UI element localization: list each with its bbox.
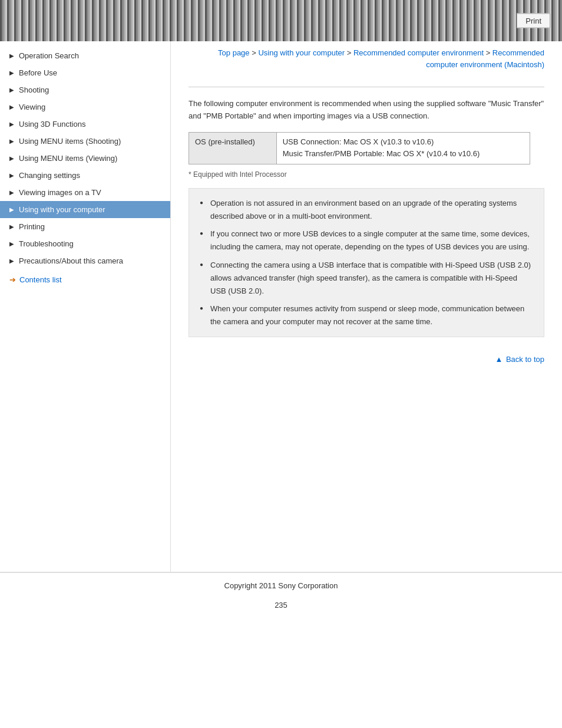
os-value-line1: USB Connection: Mac OS X (v10.3 to v10.6… <box>283 137 434 146</box>
os-label: OS (pre-installed) <box>189 132 277 164</box>
sidebar-item-label: Precautions/About this camera <box>19 256 123 265</box>
page-title-area <box>189 82 544 87</box>
note-item: Operation is not assured in an environme… <box>200 197 533 223</box>
page-number: 235 <box>0 595 562 621</box>
sidebar-item-label: Using MENU items (Viewing) <box>19 154 117 163</box>
back-to-top-label: Back to top <box>506 355 544 364</box>
sidebar-item-printing[interactable]: ▶Printing <box>0 218 170 235</box>
notes-list: Operation is not assured in an environme… <box>200 197 533 328</box>
sidebar-item-label: Before Use <box>19 68 57 77</box>
sidebar-item-label: Viewing <box>19 103 45 111</box>
arrow-icon: ▶ <box>9 172 14 179</box>
sidebar-item-label: Using with your computer <box>19 205 105 214</box>
sidebar-item-shooting[interactable]: ▶Shooting <box>0 81 170 98</box>
sidebar-item-operation-search[interactable]: ▶Operation Search <box>0 47 170 64</box>
arrow-icon: ▶ <box>9 52 14 59</box>
arrow-icon: ▶ <box>9 121 14 127</box>
sidebar-item-label: Changing settings <box>19 171 80 180</box>
footer: Copyright 2011 Sony Corporation <box>0 572 562 595</box>
os-table-row: OS (pre-installed) USB Connection: Mac O… <box>189 132 530 164</box>
arrow-right-icon: ➔ <box>9 275 16 284</box>
triangle-icon: ▲ <box>495 355 503 364</box>
arrow-icon: ▶ <box>9 189 14 196</box>
back-to-top[interactable]: ▲ Back to top <box>189 349 544 370</box>
arrow-icon: ▶ <box>9 87 14 93</box>
header-bar: Print <box>0 0 562 41</box>
sidebar-item-precautions[interactable]: ▶Precautions/About this camera <box>0 252 170 269</box>
sidebar-item-label: Using 3D Functions <box>19 120 85 129</box>
sidebar-item-label: Using MENU items (Shooting) <box>19 137 121 146</box>
description: The following computer environment is re… <box>189 98 544 123</box>
arrow-icon: ▶ <box>9 241 14 247</box>
breadcrumb-link[interactable]: Top page <box>218 48 250 57</box>
sidebar: ▶Operation Search▶Before Use▶Shooting▶Vi… <box>0 41 171 572</box>
note-item: Connecting the camera using a USB interf… <box>200 259 533 298</box>
arrow-icon: ▶ <box>9 70 14 76</box>
breadcrumb-link[interactable]: Using with your computer <box>258 48 345 57</box>
copyright: Copyright 2011 Sony Corporation <box>224 581 338 590</box>
sidebar-item-before-use[interactable]: ▶Before Use <box>0 64 170 81</box>
notes-box: Operation is not assured in an environme… <box>189 188 544 337</box>
sidebar-item-label: Shooting <box>19 85 49 94</box>
os-value-line2: Music Transfer/PMB Portable: Mac OS X* (… <box>283 149 480 158</box>
sidebar-item-changing-settings[interactable]: ▶Changing settings <box>0 167 170 184</box>
print-button[interactable]: Print <box>517 14 550 28</box>
arrow-icon: ▶ <box>9 138 14 144</box>
sidebar-item-troubleshooting[interactable]: ▶Troubleshooting <box>0 235 170 252</box>
arrow-icon: ▶ <box>9 206 14 213</box>
breadcrumb-separator: > <box>484 48 492 57</box>
contents-list-link[interactable]: ➔ Contents list <box>0 269 170 290</box>
os-value: USB Connection: Mac OS X (v10.3 to v10.6… <box>276 132 530 164</box>
breadcrumb-separator: > <box>250 48 259 57</box>
sidebar-item-using-with-computer[interactable]: ▶Using with your computer <box>0 201 170 218</box>
sidebar-item-viewing[interactable]: ▶Viewing <box>0 98 170 116</box>
arrow-icon: ▶ <box>9 223 14 230</box>
footnote: * Equipped with Intel Processor <box>189 170 544 179</box>
breadcrumb-separator: > <box>345 48 353 57</box>
sidebar-item-label: Operation Search <box>19 51 79 60</box>
arrow-icon: ▶ <box>9 155 14 162</box>
os-table: OS (pre-installed) USB Connection: Mac O… <box>189 132 530 165</box>
note-item: When your computer resumes activity from… <box>200 302 533 328</box>
sidebar-item-using-menu-viewing[interactable]: ▶Using MENU items (Viewing) <box>0 150 170 167</box>
sidebar-item-label: Printing <box>19 222 45 231</box>
back-to-top-link[interactable]: ▲ Back to top <box>495 355 544 364</box>
main-content: Top page > Using with your computer > Re… <box>171 41 562 572</box>
sidebar-item-viewing-images-tv[interactable]: ▶Viewing images on a TV <box>0 184 170 201</box>
arrow-icon: ▶ <box>9 104 14 110</box>
sidebar-item-label: Troubleshooting <box>19 239 74 248</box>
sidebar-item-using-menu-shooting[interactable]: ▶Using MENU items (Shooting) <box>0 133 170 150</box>
note-item: If you connect two or more USB devices t… <box>200 228 533 253</box>
breadcrumb: Top page > Using with your computer > Re… <box>189 47 544 70</box>
contents-list-label: Contents list <box>19 275 62 284</box>
arrow-icon: ▶ <box>9 258 14 264</box>
sidebar-item-using-3d-functions[interactable]: ▶Using 3D Functions <box>0 116 170 133</box>
sidebar-item-label: Viewing images on a TV <box>19 188 101 197</box>
breadcrumb-link[interactable]: Recommended computer environment <box>353 48 484 57</box>
